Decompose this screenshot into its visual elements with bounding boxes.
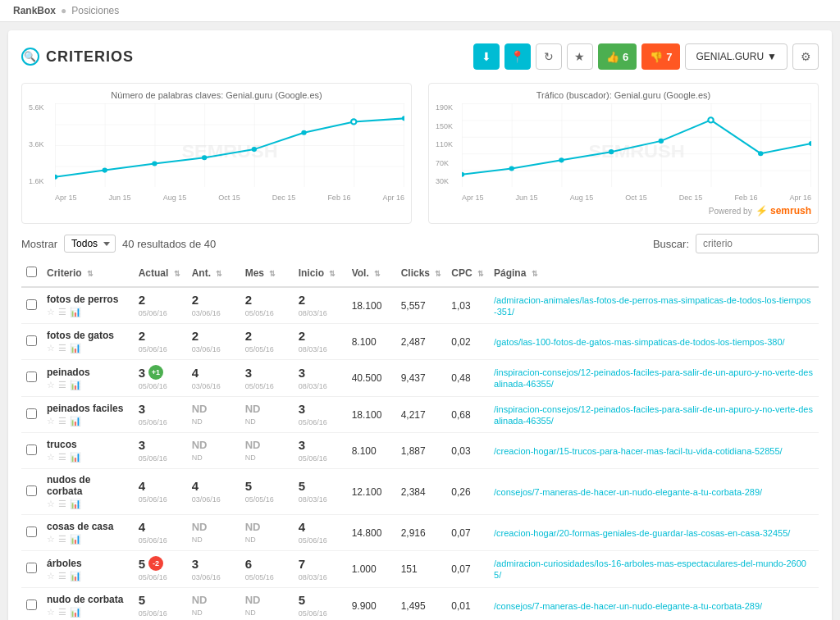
cell-rank-td-inicio: 708/03/16 — [294, 551, 347, 588]
star-icon[interactable]: ☆ — [47, 534, 55, 545]
row-checkbox[interactable] — [26, 486, 37, 496]
cell-cpc: 0,68 — [446, 397, 489, 433]
cell-rank-td-inicio: 208/03/16 — [294, 287, 347, 324]
chart-icon[interactable]: 📊 — [70, 571, 81, 581]
page-link[interactable]: /consejos/7-maneras-de-hacer-un-nudo-ele… — [494, 487, 762, 497]
dislikes-count: 7 — [666, 51, 672, 63]
chart2-container: Tráfico (buscador): Genial.guru (Google.… — [428, 83, 819, 224]
star-icon[interactable]: ☆ — [47, 452, 55, 463]
mostrar-select[interactable]: Todos — [64, 235, 116, 253]
list-icon[interactable]: ☰ — [58, 452, 66, 463]
thumbs-up-icon: 👍 — [606, 51, 619, 63]
dislikes-button[interactable]: 👎 7 — [641, 43, 680, 70]
cell-rank-td-actual: 5-205/06/16 — [134, 551, 187, 588]
page-link[interactable]: /consejos/7-maneras-de-hacer-un-nudo-ele… — [494, 601, 762, 611]
cell-clicks: 151 — [396, 551, 447, 588]
cell-clicks: 2,916 — [396, 515, 447, 551]
sort-pagina-icon: ⇅ — [532, 270, 538, 278]
chart-icon[interactable]: 📊 — [70, 343, 81, 353]
domain-button[interactable]: GENIAL.GURU ▼ — [685, 43, 788, 70]
chart-icon[interactable]: 📊 — [70, 416, 81, 426]
cell-criterio: peinados faciles☆ ☰ 📊 — [42, 397, 134, 433]
row-checkbox[interactable] — [26, 444, 37, 455]
chart2-svg: SEMRUSH — [462, 103, 811, 187]
settings-button[interactable]: ⚙ — [792, 43, 819, 70]
list-icon[interactable]: ☰ — [58, 607, 66, 618]
star-icon[interactable]: ☆ — [47, 499, 55, 509]
star-icon[interactable]: ☆ — [47, 416, 55, 426]
row-checkbox[interactable] — [26, 527, 37, 537]
col-actual[interactable]: Actual ⇅ — [134, 260, 187, 287]
row-checkbox[interactable] — [26, 372, 37, 382]
cell-clicks: 4,217 — [396, 397, 447, 433]
location-button[interactable]: 📍 — [504, 43, 531, 70]
row-checkbox[interactable] — [26, 563, 37, 573]
svg-point-6 — [252, 147, 257, 152]
chart-icon[interactable]: 📊 — [70, 607, 81, 618]
row-checkbox[interactable] — [26, 599, 37, 610]
row-checkbox[interactable] — [26, 335, 37, 346]
col-cpc[interactable]: CPC ⇅ — [446, 260, 489, 287]
svg-point-5 — [202, 155, 207, 160]
keyword-name: cosas de casa — [47, 521, 129, 532]
list-icon[interactable]: ☰ — [58, 499, 66, 509]
chart2-area: 190K 150K 110K 70K 30K SEMRUSH — [436, 103, 811, 202]
likes-button[interactable]: 👍 6 — [598, 43, 637, 70]
page-link[interactable]: /admiracion-curiosidades/los-16-arboles-… — [494, 558, 806, 580]
list-icon[interactable]: ☰ — [58, 571, 66, 581]
search-input[interactable] — [696, 234, 819, 253]
star-icon[interactable]: ☆ — [47, 607, 55, 618]
star-icon[interactable]: ☆ — [47, 307, 55, 317]
page-link[interactable]: /inspiracion-consejos/12-peinados-facile… — [494, 404, 813, 426]
row-checkbox[interactable] — [26, 408, 37, 419]
star-icon[interactable]: ☆ — [47, 343, 55, 353]
cell-rank-td-ant: NDND — [187, 588, 240, 621]
col-criterio[interactable]: Criterio ⇅ — [42, 260, 134, 287]
cell-vol: 40.500 — [347, 360, 396, 397]
list-icon[interactable]: ☰ — [58, 416, 66, 426]
list-icon[interactable]: ☰ — [58, 534, 66, 545]
chart-icon[interactable]: 📊 — [70, 534, 81, 545]
col-ant[interactable]: Ant. ⇅ — [187, 260, 240, 287]
col-mes[interactable]: Mes ⇅ — [240, 260, 294, 287]
page-link[interactable]: /admiracion-animales/las-fotos-de-perros… — [494, 295, 810, 317]
criterios-title: 🔍 CRITERIOS — [21, 48, 134, 66]
results-count: 40 resultados de 40 — [122, 238, 216, 250]
download-button[interactable]: ⬇ — [473, 43, 500, 70]
chart1-x-labels: Apr 15 Jun 15 Aug 15 Oct 15 Dec 15 Feb 1… — [55, 194, 404, 202]
page-link[interactable]: /creacion-hogar/15-trucos-para-hacer-mas… — [494, 446, 783, 456]
cell-rank-td-mes: 605/05/16 — [240, 551, 294, 588]
cell-rank-td-inicio: 208/03/16 — [294, 324, 347, 360]
page-link[interactable]: /creacion-hogar/20-formas-geniales-de-gu… — [494, 528, 790, 538]
chart-icon[interactable]: 📊 — [70, 380, 81, 390]
table-row: fotos de perros☆ ☰ 📊205/06/16203/06/1620… — [21, 287, 819, 324]
chart-icon[interactable]: 📊 — [70, 452, 81, 463]
table-header-row: Criterio ⇅ Actual ⇅ Ant. ⇅ Mes ⇅ Inicio … — [21, 260, 819, 287]
list-icon[interactable]: ☰ — [58, 343, 66, 353]
chart-icon[interactable]: 📊 — [70, 499, 81, 509]
col-inicio[interactable]: Inicio ⇅ — [294, 260, 347, 287]
chart1-svg: SEMRUSH — [55, 103, 404, 187]
thumbs-down-icon: 👎 — [650, 51, 663, 63]
star-button[interactable]: ★ — [567, 43, 593, 70]
col-vol[interactable]: Vol. ⇅ — [347, 260, 396, 287]
col-pagina[interactable]: Página ⇅ — [489, 260, 819, 287]
select-all-checkbox[interactable] — [26, 267, 37, 277]
list-icon[interactable]: ☰ — [58, 380, 66, 390]
chart-icon[interactable]: 📊 — [70, 307, 81, 317]
col-clicks[interactable]: Clicks ⇅ — [396, 260, 447, 287]
row-checkbox[interactable] — [26, 299, 37, 310]
location-icon: 📍 — [510, 50, 524, 63]
top-bar: RankBox ● Posiciones — [0, 0, 840, 22]
star-icon[interactable]: ☆ — [47, 380, 55, 390]
list-icon[interactable]: ☰ — [58, 307, 66, 317]
keyword-name: fotos de gatos — [47, 330, 129, 341]
cell-rank-td-ant: NDND — [187, 515, 240, 551]
cell-rank-td-ant: 403/06/16 — [187, 360, 240, 397]
cell-vol: 1.000 — [347, 551, 396, 588]
star-icon[interactable]: ☆ — [47, 571, 55, 581]
refresh-button[interactable]: ↻ — [536, 43, 562, 70]
page-link[interactable]: /gatos/las-100-fotos-de-gatos-mas-simpat… — [494, 337, 785, 347]
sort-cpc-icon: ⇅ — [477, 270, 484, 278]
page-link[interactable]: /inspiracion-consejos/12-peinados-facile… — [494, 367, 813, 389]
